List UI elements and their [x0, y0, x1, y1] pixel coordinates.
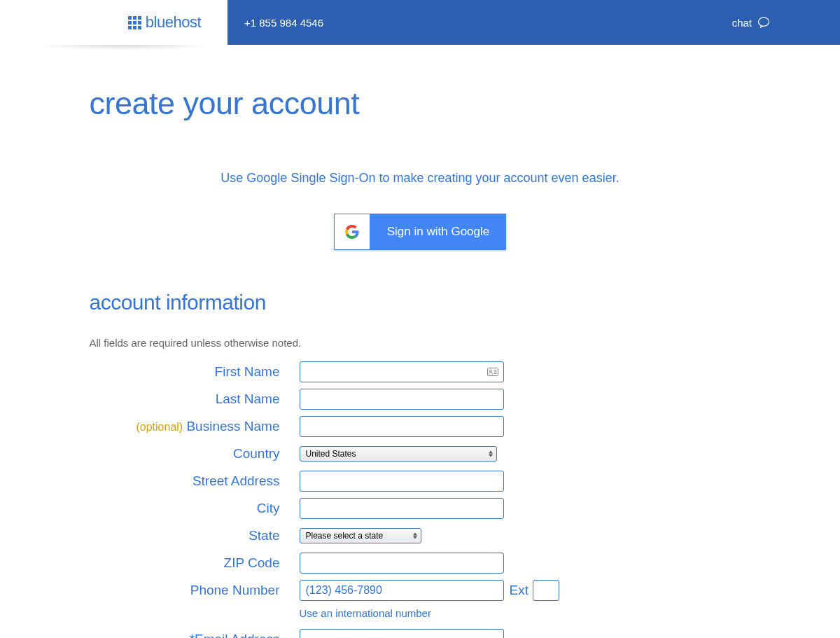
country-label: Country	[90, 446, 300, 462]
ext-label: Ext	[510, 583, 528, 598]
chat-icon	[757, 17, 770, 28]
required-note: All fields are required unless otherwise…	[90, 337, 751, 349]
business-name-label: (optional) Business Name	[90, 419, 300, 434]
street-address-input[interactable]	[300, 471, 504, 492]
google-signin-button[interactable]: Sign in with Google	[334, 214, 506, 250]
state-select[interactable]: Please select a state	[300, 528, 421, 543]
last-name-label: Last Name	[90, 391, 300, 407]
bluehost-logo[interactable]: bluehost	[128, 13, 201, 32]
google-button-text: Sign in with Google	[370, 214, 506, 250]
email-input[interactable]	[300, 629, 504, 638]
optional-tag: (optional)	[136, 421, 183, 433]
logo-container: bluehost	[0, 0, 227, 45]
header-bar: bluehost +1 855 984 4546 chat	[0, 0, 840, 45]
google-icon	[334, 214, 370, 250]
country-select[interactable]: United States	[300, 446, 497, 462]
first-name-label: First Name	[90, 364, 300, 380]
ext-input[interactable]	[533, 580, 559, 601]
intl-number-link[interactable]: Use an international number	[300, 607, 751, 619]
chat-link[interactable]: chat	[732, 17, 840, 29]
header-phone-number: +1 855 984 4546	[227, 17, 323, 29]
city-input[interactable]	[300, 498, 504, 519]
chat-label: chat	[732, 17, 752, 29]
logo-grid-icon	[128, 16, 141, 29]
section-title: account information	[90, 291, 751, 314]
logo-text: bluehost	[146, 13, 201, 32]
zip-input[interactable]	[300, 553, 504, 574]
email-label: *Email Address	[90, 632, 300, 638]
zip-label: ZIP Code	[90, 555, 300, 571]
page-title: create your account	[90, 85, 751, 122]
phone-label: Phone Number	[90, 583, 300, 598]
street-address-label: Street Address	[90, 473, 300, 489]
last-name-input[interactable]	[300, 389, 504, 410]
sso-prompt: Use Google Single Sign-On to make creati…	[90, 171, 751, 186]
state-label: State	[90, 528, 300, 543]
city-label: City	[90, 501, 300, 516]
business-name-input[interactable]	[300, 416, 504, 437]
phone-input[interactable]	[300, 580, 504, 601]
svg-point-0	[758, 18, 769, 26]
first-name-input[interactable]	[300, 361, 504, 382]
